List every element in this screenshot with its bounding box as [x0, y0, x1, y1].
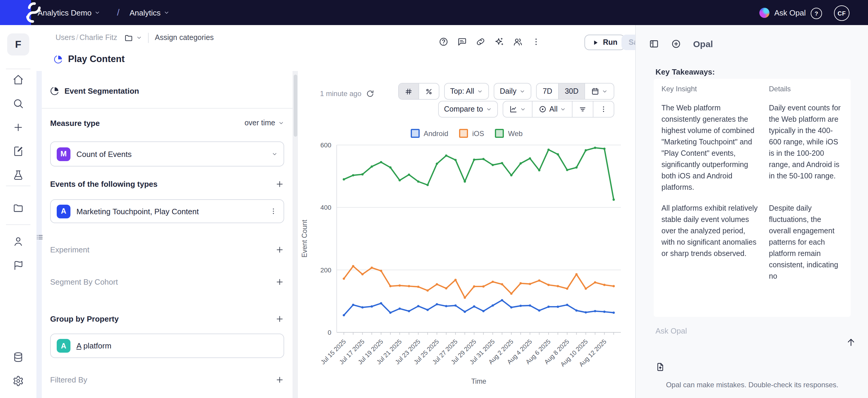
top-navigation-bar: Analytics Demo / Analytics Ask Opal ? CF [0, 0, 868, 25]
database-button[interactable] [12, 352, 24, 363]
add-cohort-button[interactable] [275, 277, 284, 286]
settings-button[interactable] [12, 375, 24, 387]
refresh-icon[interactable] [366, 90, 375, 98]
rail-divider [6, 224, 30, 225]
last-updated: 1 minute ago [320, 90, 375, 98]
play-icon [592, 39, 599, 46]
panel-left-icon[interactable] [649, 39, 659, 49]
insight-cell: All platforms exhibit relatively stable … [661, 203, 758, 282]
experiment-label: Experiment [50, 245, 90, 254]
legend-item-android[interactable]: Android [410, 129, 448, 138]
add-event-button[interactable] [275, 179, 284, 188]
topnav-divider: / [117, 7, 119, 17]
filtered-by-row: Filtered By [50, 374, 284, 385]
folder-icon[interactable] [124, 33, 133, 42]
panel-drag-handle[interactable] [36, 233, 43, 241]
comment-icon[interactable] [457, 37, 467, 46]
home-button[interactable] [12, 74, 24, 85]
app-menu[interactable]: Analytics [129, 0, 169, 25]
line-chart: 0200400600Event CountJul 15 2025Jul 17 2… [299, 138, 626, 398]
users-icon[interactable] [513, 37, 522, 46]
measure-type-row: Measure type over time [50, 118, 284, 128]
file-upload-icon[interactable] [655, 362, 665, 372]
chart-legend: AndroidiOSWeb [298, 129, 635, 138]
project-menu-label: Analytics Demo [38, 8, 92, 17]
chart-more-button[interactable] [593, 101, 614, 117]
project-menu[interactable]: Analytics Demo [38, 0, 101, 25]
breadcrumb-current[interactable]: Charlie Fitz [80, 33, 117, 42]
assign-categories-button[interactable]: Assign categories [155, 33, 214, 42]
series-visibility-dropdown[interactable]: All [532, 101, 572, 117]
folder-button[interactable] [12, 202, 24, 213]
event-badge: A [57, 204, 70, 218]
filtered-by-label: Filtered By [50, 375, 87, 384]
send-arrow-icon[interactable] [846, 337, 856, 347]
search-button[interactable] [12, 98, 24, 109]
column-header: Key Insight [661, 85, 758, 93]
scrollbar-thumb[interactable] [293, 75, 297, 137]
workspace-tile[interactable]: F [7, 33, 29, 56]
legend-item-web[interactable]: Web [495, 129, 523, 138]
user-button[interactable] [12, 236, 24, 247]
filter-button[interactable] [572, 101, 593, 117]
key-takeaways-card: Key InsightDetailsThe Web platform consi… [654, 79, 851, 317]
sparkles-icon[interactable] [494, 37, 504, 46]
insight-cell: The Web platform consistently generates … [661, 103, 758, 193]
experiment-icon [12, 169, 24, 181]
circle-plus-icon[interactable] [671, 39, 681, 49]
measure-mode-dropdown[interactable]: over time [244, 119, 284, 127]
interval-dropdown[interactable]: Daily [494, 83, 532, 100]
avatar[interactable]: CF [834, 5, 849, 21]
calendar-range-button[interactable] [584, 84, 614, 99]
help-circle-icon[interactable] [439, 37, 448, 46]
compare-to-dropdown[interactable]: Compare to [438, 101, 498, 118]
pie-chart-icon [50, 87, 59, 96]
add-experiment-button[interactable] [275, 245, 284, 254]
settings-icon [12, 375, 24, 387]
plus-button[interactable] [12, 122, 24, 133]
measure-value-card[interactable]: M Count of Events [50, 141, 284, 166]
link-icon[interactable] [476, 37, 485, 46]
experiment-button[interactable] [12, 169, 24, 181]
top-filter-dropdown[interactable]: Top: All [444, 83, 489, 100]
brand-logo[interactable] [0, 0, 31, 25]
panel-title-row: Event Segmentation [50, 87, 284, 96]
chevron-down-icon[interactable] [136, 35, 143, 41]
file-edit-button[interactable] [12, 145, 24, 157]
run-label: Run [603, 38, 618, 46]
kebab-icon[interactable] [531, 37, 541, 46]
vertical-scrollbar[interactable] [292, 71, 298, 398]
add-filter-button[interactable] [275, 375, 284, 384]
percent-mode-toggle[interactable] [418, 84, 439, 99]
opal-orb-icon [760, 7, 770, 18]
events-section-row: Events of the following types [50, 178, 284, 189]
chart-type-dropdown[interactable] [503, 101, 532, 117]
ask-opal-button[interactable]: Ask Opal [760, 0, 806, 25]
count-mode-toggle[interactable] [399, 84, 418, 99]
flag-icon [12, 260, 24, 271]
last-updated-text: 1 minute ago [320, 90, 362, 98]
flag-button[interactable] [12, 260, 24, 271]
chevron-down-icon [278, 120, 284, 126]
key-takeaways-heading: Key Takeaways: [655, 67, 715, 76]
chart-area: 1 minute ago Top: AllDaily7D30D Compare … [298, 71, 635, 398]
details-cell: Despite daily fluctuations, the overall … [769, 203, 843, 282]
run-button[interactable]: Run [584, 35, 625, 50]
ask-opal-input[interactable]: Ask Opal [655, 326, 687, 335]
measure-mode-value: over time [244, 119, 275, 127]
panel-divider [42, 108, 292, 109]
kebab-icon[interactable] [269, 207, 278, 215]
metric-badge: M [57, 147, 70, 161]
range-30d-button[interactable]: 30D [558, 84, 584, 99]
breadcrumb-root[interactable]: Users [56, 33, 75, 42]
svg-text:0: 0 [328, 329, 331, 336]
add-group-by-button[interactable] [275, 314, 284, 323]
help-button[interactable]: ? [811, 8, 822, 19]
opal-panel: Opal Key Takeaways: Key InsightDetailsTh… [635, 25, 868, 398]
range-7d-button[interactable]: 7D [537, 84, 558, 99]
group-by-card[interactable]: A A platform [50, 334, 284, 358]
legend-item-ios[interactable]: iOS [459, 129, 484, 138]
event-card[interactable]: A Marketing Touchpoint, Play Content [50, 199, 284, 223]
search-icon [12, 98, 24, 109]
breadcrumb: Users / Charlie Fitz Assign categories [56, 32, 214, 43]
